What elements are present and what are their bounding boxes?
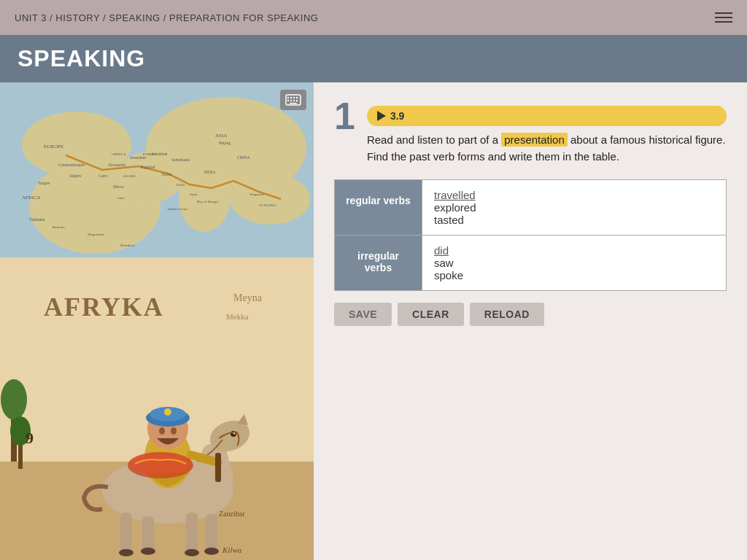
reload-button[interactable]: RELOAD: [470, 303, 544, 326]
svg-text:Timbuktu: Timbuktu: [29, 217, 45, 222]
regular-verbs-content[interactable]: travelled explored tasted: [422, 180, 727, 236]
svg-point-76: [159, 427, 165, 435]
svg-text:Kilwa: Kilwa: [222, 545, 242, 554]
svg-text:INDIA: INDIA: [204, 170, 216, 174]
svg-text:EUROPE: EUROPE: [44, 144, 63, 149]
svg-text:CHINA: CHINA: [237, 155, 249, 160]
svg-rect-39: [287, 97, 289, 98]
hamburger-line1: [715, 12, 732, 14]
svg-text:Mecca: Mecca: [113, 184, 124, 189]
svg-text:AFRICA: AFRICA: [22, 195, 41, 201]
svg-text:AFRYKA: AFRYKA: [44, 292, 164, 322]
exercise-header: 1 3.9 Read and listen to part of a prese…: [334, 100, 727, 165]
svg-rect-42: [296, 97, 298, 98]
svg-point-67: [119, 549, 133, 556]
svg-text:Mekka: Mekka: [226, 312, 249, 321]
svg-rect-43: [287, 100, 289, 101]
svg-point-77: [171, 427, 177, 435]
svg-rect-46: [296, 100, 298, 101]
svg-text:SUMATRA: SUMATRA: [259, 203, 276, 207]
svg-rect-45: [293, 100, 295, 101]
svg-point-54: [1, 379, 27, 420]
svg-point-69: [185, 549, 199, 556]
svg-text:Constantinople: Constantinople: [58, 163, 85, 167]
svg-text:Mombasa: Mombasa: [120, 244, 136, 247]
breadcrumb-sep2: /: [103, 12, 109, 23]
svg-text:Bay of Bengal: Bay of Bengal: [197, 200, 218, 203]
irregular-verb-2: saw: [434, 257, 454, 269]
breadcrumb-unit: UNIT 3: [15, 12, 47, 23]
svg-text:Singapore: Singapore: [249, 192, 265, 196]
irregular-verbs-label: irregular verbs: [335, 236, 422, 291]
map-image: EUROPE AFRICA ASIA Constantinople Algier…: [0, 82, 314, 257]
svg-rect-64: [142, 516, 154, 553]
hamburger-menu[interactable]: [715, 12, 732, 23]
svg-text:ASIA: ASIA: [215, 133, 227, 139]
hamburger-line3: [715, 21, 732, 23]
svg-rect-63: [120, 513, 132, 553]
svg-text:Aden: Aden: [117, 196, 125, 200]
page-title: SPEAKING: [18, 45, 729, 72]
svg-point-75: [164, 408, 171, 416]
svg-text:Baghdad: Baghdad: [141, 165, 155, 169]
svg-rect-40: [290, 97, 292, 98]
title-bar: SPEAKING: [0, 35, 747, 82]
svg-text:Beijing: Beijing: [219, 141, 231, 145]
svg-point-2: [22, 112, 131, 177]
svg-text:Zanzibar: Zanzibar: [219, 510, 245, 518]
audio-button[interactable]: 3.9: [367, 106, 727, 126]
svg-text:Delhi: Delhi: [177, 183, 185, 187]
save-button[interactable]: SAVE: [334, 303, 392, 326]
regular-verbs-row: regular verbs travelled explored tasted: [335, 180, 727, 236]
regular-verb-2: explored: [434, 201, 476, 214]
breadcrumb-history: HISTORY: [55, 12, 100, 23]
breadcrumb-preparation: PREPARATION FOR SPEAKING: [169, 12, 318, 23]
svg-rect-79: [215, 453, 221, 482]
figure-svg: AFRYKA Meyna Mekka: [0, 257, 314, 560]
svg-rect-47: [290, 103, 297, 104]
svg-text:Mogedishu: Mogedishu: [88, 233, 104, 236]
svg-text:Surat: Surat: [190, 192, 198, 196]
regular-verbs-label: regular verbs: [335, 180, 422, 236]
keyboard-icon[interactable]: [280, 90, 306, 110]
irregular-verbs-row: irregular verbs did saw spoke: [335, 236, 727, 291]
right-panel: 1 3.9 Read and listen to part of a prese…: [314, 82, 747, 560]
header: UNIT 3 / HISTORY / SPEAKING / PREPARATIO…: [0, 0, 747, 35]
svg-rect-66: [206, 514, 217, 553]
svg-text:9: 9: [26, 429, 34, 447]
svg-text:Indian Ocean: Indian Ocean: [168, 207, 187, 211]
hamburger-line2: [715, 17, 732, 18]
exercise-number: 1: [334, 97, 355, 135]
svg-text:Samarkand: Samarkand: [171, 158, 190, 162]
button-row: SAVE CLEAR RELOAD: [334, 303, 727, 326]
regular-verb-1: travelled: [434, 189, 476, 201]
svg-rect-65: [186, 513, 198, 553]
svg-point-5: [179, 166, 230, 232]
svg-point-6: [230, 174, 310, 225]
irregular-verb-1: did: [434, 244, 449, 257]
svg-point-81: [131, 454, 190, 474]
svg-text:Alexandria: Alexandria: [108, 163, 126, 167]
audio-label: 3.9: [390, 110, 404, 122]
svg-text:GREECE: GREECE: [112, 152, 125, 156]
main-content: EUROPE AFRICA ASIA Constantinople Algier…: [0, 82, 747, 560]
svg-text:TURKEY: TURKEY: [142, 152, 158, 156]
verb-table: regular verbs travelled explored tasted …: [334, 179, 727, 291]
svg-text:Tangier: Tangier: [38, 181, 50, 185]
svg-text:Bamako: Bamako: [53, 225, 65, 229]
irregular-verbs-content[interactable]: did saw spoke: [422, 236, 727, 291]
breadcrumb: UNIT 3 / HISTORY / SPEAKING / PREPARATIO…: [15, 12, 318, 23]
highlight-word: presentation: [501, 133, 568, 147]
irregular-verb-3: spoke: [434, 269, 463, 281]
map-svg: EUROPE AFRICA ASIA Constantinople Algier…: [0, 82, 314, 257]
svg-rect-41: [293, 97, 295, 98]
svg-text:Algiers: Algiers: [69, 174, 81, 178]
clear-button[interactable]: CLEAR: [398, 303, 464, 326]
audio-play-icon: [377, 111, 386, 121]
svg-rect-44: [290, 100, 292, 101]
svg-text:ARABIA: ARABIA: [123, 174, 137, 178]
regular-verb-3: tasted: [434, 214, 464, 226]
instruction-part1: Read and listen to part of a: [367, 133, 498, 146]
historical-figure-image: AFRYKA Meyna Mekka: [0, 257, 314, 482]
svg-point-70: [204, 548, 219, 555]
